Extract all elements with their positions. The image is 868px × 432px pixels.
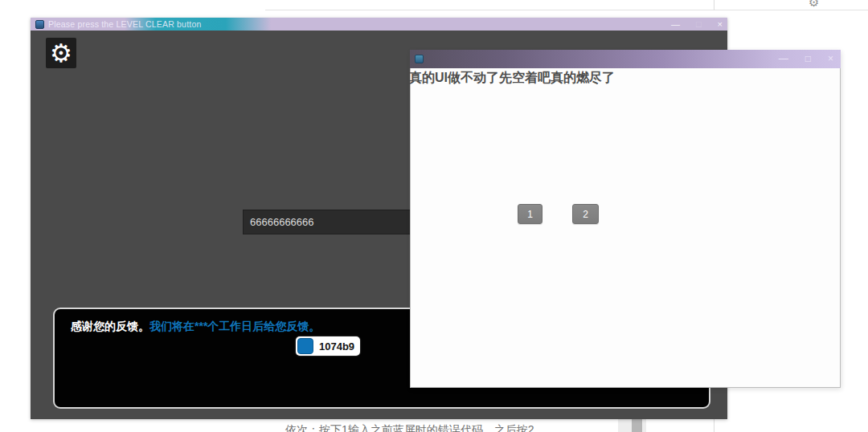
minimize-button[interactable]: — — [671, 18, 680, 31]
page-hint-text: 依次：按下1输入之前蓝屏时的错误代码，之后按2 — [285, 423, 534, 432]
page-edge-line-bottom — [714, 419, 714, 432]
page-edge-line-top — [714, 0, 714, 10]
app-icon — [35, 20, 44, 29]
step-button-2[interactable]: 2 — [572, 204, 599, 224]
front-window: — □ × 真的UI做不动了先空着吧真的燃尽了 1 2 — [410, 50, 841, 388]
app-icon — [415, 55, 424, 63]
page-corner-gear-icon[interactable]: ⚙ — [809, 0, 819, 10]
gear-icon: ⚙ — [50, 38, 72, 68]
screen: ⚙ 依次：按下1输入之前蓝屏时的错误代码，之后按2 Please press t… — [0, 0, 868, 432]
color-hex-label: 1074b9 — [319, 340, 354, 353]
color-chip[interactable]: 1074b9 — [296, 336, 360, 356]
feedback-thanks-text: 感谢您的反馈。 — [71, 320, 149, 332]
maximize-button[interactable]: □ — [696, 18, 702, 31]
window-heading: 真的UI做不动了先空着吧真的燃尽了 — [409, 70, 615, 87]
front-window-titlebar[interactable]: — □ × — [410, 50, 841, 68]
color-swatch — [297, 338, 313, 354]
close-button[interactable]: × — [828, 50, 833, 68]
page-divider-line — [265, 10, 868, 10]
page-scrollbar-thumb[interactable] — [632, 419, 642, 432]
settings-button[interactable]: ⚙ — [46, 38, 76, 68]
close-button[interactable]: × — [718, 18, 723, 31]
feedback-text: 感谢您的反馈。我们将在***个工作日后给您反馈。 — [71, 320, 320, 334]
back-window-title: Please press the LEVEL CLEAR button — [48, 19, 201, 29]
step-button-1[interactable]: 1 — [518, 204, 542, 224]
feedback-followup-text: 我们将在***个工作日后给您反馈。 — [149, 320, 320, 332]
back-window-titlebar[interactable]: Please press the LEVEL CLEAR button — □ … — [31, 18, 727, 31]
minimize-button[interactable]: — — [779, 50, 788, 68]
maximize-button[interactable]: □ — [805, 50, 811, 68]
